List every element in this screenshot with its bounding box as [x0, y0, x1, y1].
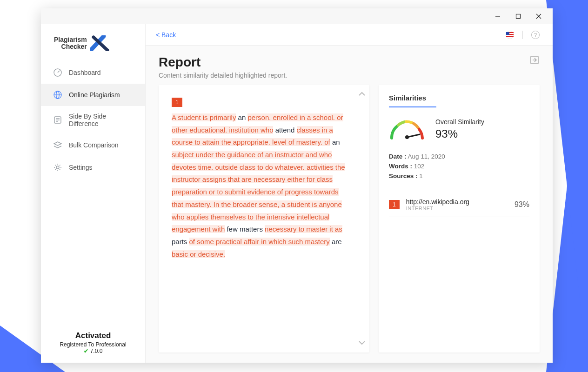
- svg-point-13: [56, 166, 59, 169]
- source-percent: 93%: [514, 200, 529, 209]
- logo-icon: [90, 35, 109, 51]
- sidebar-item-label: Bulk Comparison: [69, 141, 119, 149]
- app-window: Plagiarism Checker Da: [41, 8, 553, 363]
- overall-similarity-value: 93%: [435, 127, 484, 140]
- source-id-badge: 1: [389, 200, 400, 209]
- source-url: http://en.wikipedia.org: [406, 198, 508, 206]
- text-segment: subject under the guidance of an instruc…: [172, 151, 345, 233]
- close-button[interactable]: [528, 9, 549, 23]
- text-segment: attend: [273, 126, 296, 134]
- sidebar-item-dashboard[interactable]: Dashboard: [41, 61, 145, 84]
- report-sources: Sources : 1: [389, 173, 529, 179]
- logo-line1: Plagiarism: [54, 36, 87, 43]
- sidebar-footer: Activated Registered To Professional ✔ 7…: [41, 326, 145, 363]
- sidebar-item-side-by-side[interactable]: Side By Side Difference: [41, 106, 145, 134]
- license-status: Activated: [45, 331, 141, 340]
- report-date: Date : Aug 11, 2020: [389, 153, 529, 160]
- language-flag-icon[interactable]: [506, 31, 514, 39]
- similarities-panel: Similarities: [379, 85, 540, 352]
- license-registration: Registered To Professional: [45, 341, 141, 348]
- text-segment: few matters: [225, 225, 265, 233]
- source-type: INTERNET: [406, 206, 508, 211]
- similarities-heading: Similarities: [389, 94, 529, 106]
- report-text: A student is primarily an person. enroll…: [172, 112, 350, 260]
- sources-list: 1http://en.wikipedia.orgINTERNET93%: [389, 188, 529, 217]
- back-button[interactable]: < Back: [156, 31, 176, 39]
- svg-rect-1: [516, 14, 521, 19]
- text-segment: basic or decisive.: [172, 250, 225, 258]
- source-row[interactable]: 1http://en.wikipedia.orgINTERNET93%: [389, 194, 529, 217]
- sidebar-item-label: Settings: [69, 164, 93, 171]
- globe-icon: [53, 90, 62, 100]
- divider: [522, 31, 523, 39]
- version: ✔ 7.0.0: [45, 348, 141, 354]
- text-segment: are: [330, 238, 342, 246]
- underline: [389, 106, 436, 107]
- page-title: Report: [159, 55, 287, 70]
- topbar: < Back ?: [146, 24, 553, 46]
- sidebar-item-label: Side By Side Difference: [69, 113, 137, 127]
- text-segment: necessary to master it as: [265, 225, 342, 233]
- scroll-up-button[interactable]: [358, 89, 366, 99]
- page-header: Report Content similarity detailed highl…: [146, 46, 553, 85]
- text-segment: A student is primarily: [172, 113, 236, 121]
- titlebar: [41, 8, 553, 24]
- minimize-button[interactable]: [488, 9, 508, 23]
- text-segment: parts: [172, 238, 189, 246]
- dashboard-icon: [53, 68, 62, 77]
- text-segment: an: [236, 113, 247, 121]
- sidebar-item-bulk-comparison[interactable]: Bulk Comparison: [41, 134, 145, 156]
- page-subtitle: Content similarity detailed highlighted …: [159, 72, 287, 79]
- source-marker-badge: 1: [172, 98, 182, 107]
- overall-similarity-label: Overall Similarity: [435, 118, 484, 126]
- logo-line2: Checker: [54, 43, 87, 50]
- maximize-button[interactable]: [508, 9, 528, 23]
- compare-icon: [53, 115, 62, 125]
- sidebar: Plagiarism Checker Da: [41, 24, 146, 363]
- sidebar-item-label: Online Plagiarism: [69, 91, 120, 99]
- report-words: Words : 102: [389, 163, 529, 170]
- scroll-down-button[interactable]: [358, 338, 366, 348]
- report-panel: 1 A student is primarily an person. enro…: [159, 85, 369, 352]
- main: < Back ? Report Content similarity detai…: [146, 24, 553, 363]
- svg-rect-17: [506, 36, 514, 37]
- help-icon[interactable]: ?: [531, 31, 540, 39]
- nav: Dashboard Online Plagiarism Side By Side…: [41, 61, 145, 326]
- gear-icon: [53, 163, 62, 172]
- sidebar-item-label: Dashboard: [69, 69, 101, 76]
- check-icon: ✔: [84, 348, 88, 354]
- text-segment: of some practical affair in which such m…: [189, 238, 330, 246]
- svg-marker-12: [54, 142, 61, 146]
- logo: Plagiarism Checker: [41, 24, 145, 61]
- svg-rect-18: [506, 32, 509, 35]
- sidebar-item-settings[interactable]: Settings: [41, 156, 145, 179]
- sidebar-item-online-plagiarism[interactable]: Online Plagiarism: [41, 84, 145, 106]
- layers-icon: [53, 140, 62, 150]
- similarity-gauge-icon: [389, 118, 425, 141]
- svg-line-21: [407, 134, 420, 137]
- export-icon[interactable]: [529, 55, 540, 67]
- text-segment: an: [330, 138, 340, 146]
